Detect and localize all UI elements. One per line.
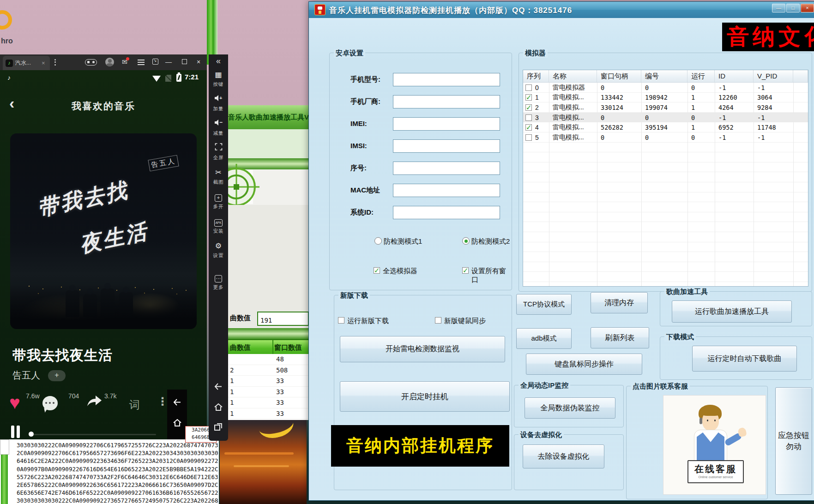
row-checkbox[interactable] — [525, 84, 532, 91]
column-header[interactable]: 编号 — [641, 70, 687, 82]
checkbox-label[interactable]: 设置所有窗口 — [471, 267, 512, 284]
maximize-icon[interactable] — [182, 59, 187, 64]
row-checkbox[interactable] — [525, 104, 532, 111]
android-back-icon[interactable] — [173, 398, 182, 407]
field-input[interactable] — [393, 162, 500, 175]
scrollbar[interactable] — [1, 455, 8, 504]
accel-tool-titlebar[interactable]: 音乐人歌曲加速播放工具V2. — [228, 105, 310, 129]
row-checkbox[interactable] — [525, 114, 532, 121]
column-header[interactable]: 运行 — [687, 70, 715, 82]
select-all-emulators-checkbox[interactable] — [374, 267, 380, 274]
song-artist[interactable]: 告五人 — [12, 369, 40, 382]
toolbar-recents-icon[interactable] — [214, 422, 223, 432]
toolbar-item[interactable]: ✂ 截图 — [209, 167, 228, 192]
scrollbar-thumb[interactable] — [0, 439, 9, 455]
column-header[interactable]: 名称 — [549, 70, 597, 82]
column-header[interactable]: 序列 — [523, 70, 549, 82]
table-row[interactable]: 1 33 — [228, 397, 310, 408]
minimize-icon[interactable]: — — [165, 58, 172, 66]
close-button[interactable]: × — [801, 4, 814, 12]
progress-handle[interactable] — [29, 432, 34, 437]
account-icon[interactable] — [105, 58, 114, 66]
set-all-windows-checkbox[interactable] — [462, 267, 469, 274]
toolbar-item[interactable]: ⋯ 更多 — [209, 272, 228, 297]
mail-icon[interactable]: ✉ — [122, 58, 127, 66]
adb-mode-button[interactable]: adb模式 — [516, 328, 572, 349]
field-input[interactable] — [393, 117, 500, 131]
emulator-titlebar[interactable]: ♪ 汽水... × ✉ — × — [0, 54, 207, 70]
keymouse-sync-button[interactable]: 键盘鼠标同步操作 — [526, 354, 642, 375]
clean-memory-button[interactable]: 清理内存 — [591, 292, 648, 313]
row-checkbox[interactable] — [525, 94, 532, 101]
column-header[interactable]: ID — [715, 70, 754, 82]
anti-detect-mode1-radio[interactable] — [374, 237, 382, 245]
toolbar-item[interactable]: + 多开 — [209, 192, 228, 216]
gamepad-icon[interactable] — [85, 59, 97, 66]
tcp-mode-button[interactable]: TCP协议模式 — [516, 294, 572, 315]
checkbox-label[interactable]: 新版键鼠同步 — [444, 317, 486, 325]
remove-device-virtualization-button[interactable]: 去除设备虚拟化 — [523, 444, 604, 468]
toolbar-item[interactable]: APK 安装 — [209, 216, 228, 240]
toolbar-item[interactable]: + 加量 — [209, 94, 228, 118]
field-input[interactable] — [393, 95, 500, 108]
hex-dump-text[interactable]: 30303030222C0A09090922706C6179657255726C… — [17, 441, 208, 504]
progress-bar[interactable] — [29, 434, 156, 435]
song-value-input[interactable] — [257, 312, 309, 326]
toolbar-back-icon[interactable] — [214, 382, 223, 391]
toolbar-item[interactable]: ⚙ 设置 — [209, 240, 228, 265]
field-input[interactable] — [393, 73, 500, 86]
table-row[interactable]: 1 33 — [228, 408, 310, 420]
customer-service-image[interactable]: 在线客服 Online customer service — [663, 395, 766, 495]
android-home-icon[interactable] — [173, 418, 182, 427]
album-art[interactable]: 带我去找 夜生活 告五人 — [10, 133, 197, 329]
maximize-button[interactable]: □ — [786, 4, 800, 12]
lyrics-button[interactable]: 词 — [129, 398, 140, 412]
run-timed-download-button[interactable]: 运行定时自动下载歌曲 — [692, 346, 797, 372]
table-row[interactable]: 48 — [228, 354, 310, 365]
emulator-row[interactable]: 3 雷电模拟... 0 0 0 -1 -1 — [523, 113, 808, 123]
anti-detect-mode2-radio[interactable] — [462, 237, 470, 245]
checkbox-label[interactable]: 全选模拟器 — [383, 267, 417, 276]
emulator-row[interactable]: 2 雷电模拟... 330124 199074 1 4264 9284 — [523, 102, 808, 113]
emulator-tab[interactable]: ♪ 汽水... × — [3, 56, 50, 70]
emergency-button[interactable]: 应急按钮 勿动 — [775, 387, 812, 495]
collapse-toolbar-icon[interactable]: « — [209, 56, 228, 66]
emulator-row[interactable]: 5 雷电模拟... 0 0 0 -1 -1 — [523, 132, 808, 143]
column-header[interactable]: V_PID — [754, 70, 793, 82]
like-heart-icon[interactable]: ♥ — [9, 393, 20, 412]
start-detect-monitor-button[interactable]: 开始雷电检测数据监视 — [340, 336, 505, 362]
row-checkbox[interactable] — [525, 134, 532, 141]
field-input[interactable] — [393, 184, 500, 197]
toolbar-item[interactable]: − 减量 — [209, 118, 228, 143]
tab-menu-icon[interactable] — [54, 58, 56, 66]
column-header[interactable]: 窗口句柄 — [597, 70, 641, 82]
radio-label[interactable]: 防检测模式1 — [384, 237, 422, 246]
emulator-row[interactable]: 1 雷电模拟... 133442 198942 1 12260 3064 — [523, 93, 808, 103]
toolbar-item[interactable]: ▦ 按键 — [209, 69, 228, 94]
table-row[interactable]: 1 33 — [228, 387, 310, 398]
comment-icon[interactable] — [42, 396, 58, 410]
run-new-download-checkbox[interactable] — [338, 317, 344, 324]
share-icon[interactable] — [86, 394, 103, 409]
global-data-disguise-button[interactable]: 全局数据伪装监控 — [525, 397, 615, 419]
menu-icon[interactable] — [138, 60, 145, 60]
checkbox-label[interactable]: 运行新版下载 — [347, 317, 389, 325]
resize-icon[interactable] — [152, 59, 158, 65]
toolbar-item[interactable]: 全屏 — [209, 143, 228, 167]
row-checkbox[interactable] — [525, 124, 532, 131]
run-song-accel-button[interactable]: 运行歌曲加速播放工具 — [672, 300, 792, 323]
table-row[interactable]: 1 33 — [228, 376, 310, 387]
follow-button[interactable]: + — [48, 370, 66, 381]
main-titlebar[interactable]: 音乐人挂机雷电模拟器防检测挂机播放（内部版）QQ：38251476 — □ × — [309, 2, 814, 18]
minimize-button[interactable]: — — [772, 4, 785, 12]
start-timed-hangup-button[interactable]: 开启定时挂机 — [340, 381, 510, 412]
radio-label[interactable]: 防检测模式2 — [471, 237, 510, 246]
field-input[interactable] — [393, 206, 500, 219]
close-icon[interactable]: × — [197, 58, 200, 66]
table-row[interactable]: 2 508 — [228, 365, 310, 376]
tab-close-icon[interactable]: × — [42, 60, 45, 66]
refresh-list-button[interactable]: 刷新列表 — [591, 327, 649, 348]
field-input[interactable] — [393, 139, 500, 153]
toolbar-home-icon[interactable] — [214, 402, 223, 412]
new-keymouse-sync-checkbox[interactable] — [435, 317, 441, 324]
